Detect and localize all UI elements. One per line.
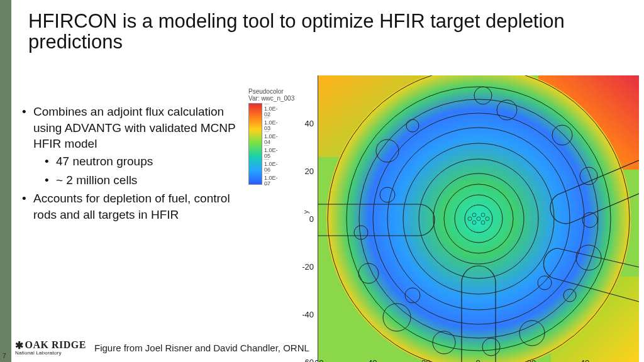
colorbar-gradient [248,103,262,185]
svg-point-4 [326,75,631,362]
y-tick: -60 [295,358,314,363]
reactor-plot [318,75,638,362]
plot-svg [318,75,639,362]
y-tick: -20 [295,262,314,272]
x-tick: 20 [527,358,536,362]
y-tick: 20 [295,167,314,176]
list-item: Accounts for depletion of fuel, control … [22,190,242,222]
side-accent-bar [0,0,11,362]
colorbar: PseudocolorVar: wwc_n_003 1.0E-02 1.0E-0… [248,88,311,195]
x-tick: 0 [475,358,480,362]
list-item: ~ 2 million cells [45,172,242,189]
y-tick: 40 [295,119,314,128]
y-axis-label: y [302,211,309,214]
x-tick: -60 [312,358,324,362]
figure-credit: Figure from Joel Risner and David Chandl… [94,343,309,353]
y-tick: -40 [295,310,314,319]
x-tick: -20 [419,358,431,362]
ornl-logo: ✱OAK RIDGE National Laboratory [15,339,86,356]
x-tick: 40 [580,358,589,362]
bullet-list: Combines an adjoint flux calculation usi… [22,104,242,225]
y-tick: 0 [295,214,314,224]
slide-number: 7 [3,353,6,359]
x-tick: -40 [365,358,377,362]
colorbar-title: PseudocolorVar: wwc_n_003 [248,88,311,102]
page-title: HFIRCON is a modeling tool to optimize H… [28,11,594,52]
list-item: 47 neutron groups [45,153,242,170]
list-item: Combines an adjoint flux calculation usi… [22,104,242,188]
